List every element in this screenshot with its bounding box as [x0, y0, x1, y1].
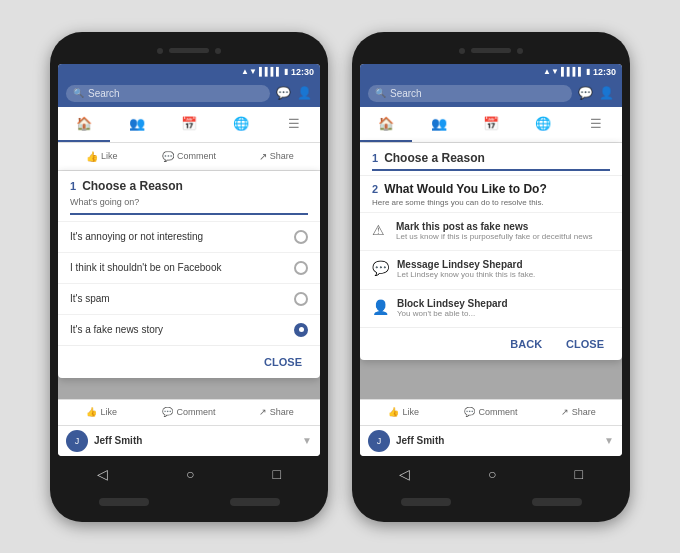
right-nav-groups[interactable]: 🌐 [517, 107, 569, 142]
block-content: Block Lindsey Shepard You won't be able … [397, 298, 508, 319]
option-annoying-radio[interactable] [294, 230, 308, 244]
option-shouldnt-radio[interactable] [294, 261, 308, 275]
option-annoying[interactable]: It's annoying or not interesting [58, 221, 320, 252]
more-icon: ☰ [288, 116, 300, 131]
right-nav-events[interactable]: 📅 [465, 107, 517, 142]
left-phone: ▲▼ ▌▌▌▌ ▮ 12:30 🔍 Search 💬 👤 🏠 👥 📅 [50, 32, 328, 522]
right-step2-header: 2 What Would You Like to Do? [360, 175, 622, 198]
back-button[interactable]: BACK [504, 334, 548, 354]
close-button[interactable]: CLOSE [258, 352, 308, 372]
bottom-strip [58, 492, 320, 512]
action-fake-news[interactable]: ⚠ Mark this post as fake news Let us kno… [360, 212, 622, 250]
right-step2-title: What Would You Like to Do? [384, 182, 547, 196]
option-annoying-label: It's annoying or not interesting [70, 231, 203, 242]
right-step2-subtitle: Here are some things you can do to resol… [360, 198, 622, 212]
right-bottom-post-actions: 👍 Like 💬 Comment ↗ Share [360, 399, 622, 425]
right-profile-icon[interactable]: 👤 [599, 86, 614, 100]
like-label: Like [101, 151, 118, 161]
phone-camera2 [215, 48, 221, 54]
bottom-share[interactable]: ↗ Share [233, 400, 320, 425]
right-home-icon: 🏠 [378, 116, 394, 131]
messages-icon[interactable]: 💬 [276, 86, 291, 100]
home-icon: 🏠 [76, 116, 92, 131]
option-fakenews[interactable]: It's a fake news story [58, 314, 320, 345]
share-icon: ↗ [259, 151, 267, 162]
nav-friends[interactable]: 👥 [110, 107, 162, 142]
nav-home[interactable]: 🏠 [58, 107, 110, 142]
step1-header: 1 Choose a Reason [58, 171, 320, 197]
right-nav-home[interactable]: 🏠 [360, 107, 412, 142]
right-search-bar[interactable]: 🔍 Search [368, 85, 572, 102]
right-bottom-comment-icon: 💬 [464, 407, 475, 417]
modal-overlay: 1 Choose a Reason What's going on? It's … [58, 171, 320, 425]
option-shouldnt[interactable]: I think it shouldn't be on Facebook [58, 252, 320, 283]
bottom-comment[interactable]: 💬 Comment [145, 400, 232, 425]
right-bottom-share[interactable]: ↗ Share [535, 400, 622, 425]
right-avatar: J [368, 430, 390, 452]
right-time-display: 12:30 [593, 67, 616, 77]
bottom-pill-left [99, 498, 149, 506]
message-content: Message Lindsey Shepard Let Lindsey know… [397, 259, 535, 280]
right-bottom-comment-label: Comment [478, 407, 517, 417]
action-message[interactable]: 💬 Message Lindsey Shepard Let Lindsey kn… [360, 250, 622, 288]
home-nav-btn[interactable]: ○ [186, 466, 194, 482]
right-nav-more[interactable]: ☰ [570, 107, 622, 142]
bottom-share-icon: ↗ [259, 407, 267, 417]
bottom-like[interactable]: 👍 Like [58, 400, 145, 425]
friends-icon: 👥 [129, 116, 145, 131]
option-fakenews-radio[interactable] [294, 323, 308, 337]
right-recents-nav-btn[interactable]: □ [575, 466, 583, 482]
back-nav-btn[interactable]: ◁ [97, 466, 108, 482]
search-bar[interactable]: 🔍 Search [66, 85, 270, 102]
right-close-button[interactable]: CLOSE [560, 334, 610, 354]
phone-camera [157, 48, 163, 54]
right-phone-camera [459, 48, 465, 54]
right-back-nav-btn[interactable]: ◁ [399, 466, 410, 482]
modal-card: 1 Choose a Reason What's going on? It's … [58, 171, 320, 378]
right-dropdown-icon: ▼ [604, 435, 614, 446]
bottom-comment-icon: 💬 [162, 407, 173, 417]
right-events-icon: 📅 [483, 116, 499, 131]
right-bottom-comment[interactable]: 💬 Comment [447, 400, 534, 425]
option-shouldnt-label: I think it shouldn't be on Facebook [70, 262, 221, 273]
option-spam-radio[interactable] [294, 292, 308, 306]
right-bottom-pill-left [401, 498, 451, 506]
right-nav-friends[interactable]: 👥 [412, 107, 464, 142]
nav-more[interactable]: ☰ [268, 107, 320, 142]
like-action[interactable]: 👍 Like [58, 143, 145, 170]
right-more-icon: ☰ [590, 116, 602, 131]
bottom-comment-label: Comment [176, 407, 215, 417]
right-groups-icon: 🌐 [535, 116, 551, 131]
right-messages-icon[interactable]: 💬 [578, 86, 593, 100]
right-phone-speaker [471, 48, 511, 53]
phone-top-bar [58, 42, 320, 60]
right-bottom-like[interactable]: 👍 Like [360, 400, 447, 425]
option-spam[interactable]: It's spam [58, 283, 320, 314]
right-fb-nav: 🏠 👥 📅 🌐 ☰ [360, 107, 622, 143]
nav-groups[interactable]: 🌐 [215, 107, 267, 142]
right-modal-footer: BACK CLOSE [360, 327, 622, 360]
comment-icon: 💬 [162, 151, 174, 162]
right-phone-camera2 [517, 48, 523, 54]
share-action[interactable]: ↗ Share [233, 143, 320, 170]
message-icon: 💬 [372, 260, 389, 276]
right-modal-card: 1 Choose a Reason 2 What Would You Like … [360, 143, 622, 361]
message-title: Message Lindsey Shepard [397, 259, 535, 270]
recents-nav-btn[interactable]: □ [273, 466, 281, 482]
search-label: Search [88, 88, 120, 99]
nav-events[interactable]: 📅 [163, 107, 215, 142]
right-friends-icon: 👥 [431, 116, 447, 131]
right-search-label: Search [390, 88, 422, 99]
right-bottom-share-icon: ↗ [561, 407, 569, 417]
modal-footer: CLOSE [58, 345, 320, 378]
comment-action[interactable]: 💬 Comment [145, 143, 232, 170]
right-signal-icon: ▲▼ ▌▌▌▌ ▮ [543, 67, 590, 76]
dropdown-icon: ▼ [302, 435, 312, 446]
right-fb-header: 🔍 Search 💬 👤 [360, 80, 622, 107]
step-divider [70, 213, 308, 215]
share-label: Share [270, 151, 294, 161]
events-icon: 📅 [181, 116, 197, 131]
profile-icon[interactable]: 👤 [297, 86, 312, 100]
right-home-nav-btn[interactable]: ○ [488, 466, 496, 482]
action-block[interactable]: 👤 Block Lindsey Shepard You won't be abl… [360, 289, 622, 327]
